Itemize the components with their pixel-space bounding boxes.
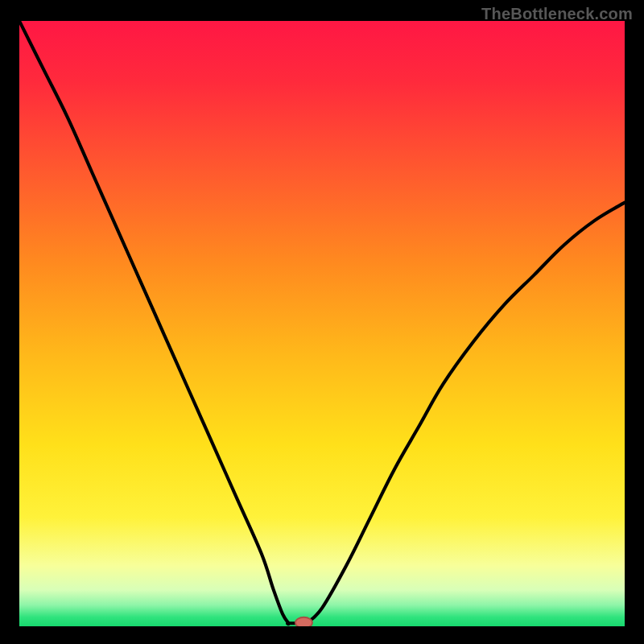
watermark-text: TheBottleneck.com — [481, 5, 633, 23]
plot-frame — [19, 21, 625, 626]
optimal-point-marker — [295, 617, 312, 626]
chart-container: TheBottleneck.com — [0, 0, 644, 644]
gradient-background — [19, 21, 625, 626]
plot-svg — [19, 21, 625, 626]
